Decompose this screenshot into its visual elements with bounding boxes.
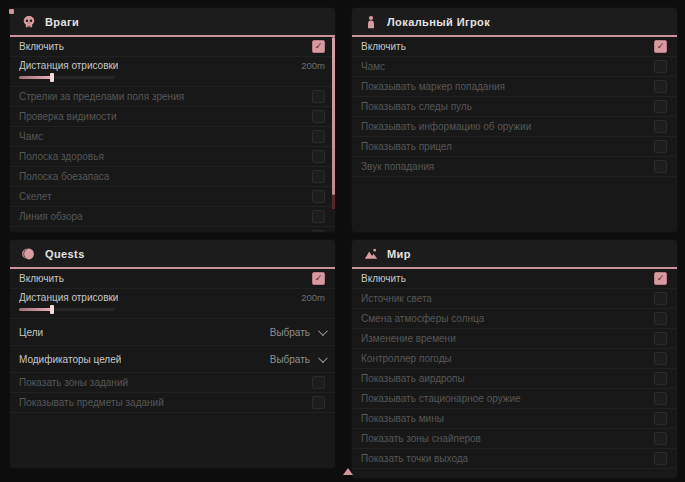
setting-row: Показать зоны снайперов xyxy=(352,429,677,449)
checkbox[interactable] xyxy=(312,230,325,232)
dropdown[interactable]: Выбрать xyxy=(270,354,325,365)
panel-local-player: Локальный Игрок Включить✓ЧамсПоказывать … xyxy=(352,8,677,232)
checkbox[interactable] xyxy=(312,130,325,143)
panel-local-player-rows: Включить✓ЧамсПоказывать маркер попадания… xyxy=(352,37,677,177)
checkbox[interactable] xyxy=(654,312,667,325)
setting-row: Показывать следы пуль xyxy=(352,97,677,117)
setting-label: Полоска здоровья xyxy=(19,151,104,162)
setting-row: Полоска здоровья xyxy=(10,147,335,167)
slider-value: 200m xyxy=(301,60,325,71)
setting-label: Показать точки выхода xyxy=(361,453,468,464)
setting-label: Цели xyxy=(19,327,43,338)
chevron-down-icon xyxy=(318,353,328,363)
setting-row: Полоска боезапаса xyxy=(10,167,335,187)
dropdown[interactable]: Выбрать xyxy=(270,327,325,338)
setting-label: Звук попадания xyxy=(361,161,434,172)
checkbox[interactable] xyxy=(312,396,325,409)
panel-title: Quests xyxy=(45,248,85,260)
checkbox[interactable] xyxy=(654,332,667,345)
checkbox[interactable] xyxy=(654,412,667,425)
checkbox[interactable] xyxy=(654,432,667,445)
setting-row: Показывать следы пуль xyxy=(10,227,335,232)
setting-label: Включить xyxy=(361,41,406,52)
checkbox[interactable] xyxy=(654,392,667,405)
setting-row: Стрелки за пределами поля зрения xyxy=(10,87,335,107)
setting-row: Контроллер погоды xyxy=(352,349,677,369)
slider-thumb[interactable] xyxy=(50,73,54,82)
panel-quests-header[interactable]: Quests xyxy=(10,240,335,269)
setting-label: Показывать аирдропы xyxy=(361,373,465,384)
panel-quests: Quests Включить✓Дистанция отрисовки200mЦ… xyxy=(10,240,335,468)
checkbox[interactable] xyxy=(312,210,325,223)
setting-label: Показывать стационарное оружие xyxy=(361,393,521,404)
checkbox[interactable] xyxy=(312,376,325,389)
checkbox[interactable]: ✓ xyxy=(312,272,325,285)
slider[interactable] xyxy=(19,308,115,311)
setting-row: Включить✓ xyxy=(352,37,677,57)
scrollbar-track xyxy=(332,195,335,209)
panel-enemies-header[interactable]: Враги xyxy=(10,8,335,37)
checkbox[interactable] xyxy=(654,60,667,73)
panel-title: Локальный Игрок xyxy=(387,16,490,28)
checkbox[interactable]: ✓ xyxy=(654,272,667,285)
setting-row: ЦелиВыбрать xyxy=(10,319,335,346)
setting-row: Проверка видимости xyxy=(10,107,335,127)
setting-row: Изменение времени xyxy=(352,329,677,349)
scrollbar-thumb[interactable] xyxy=(332,37,335,195)
checkbox[interactable] xyxy=(654,100,667,113)
setting-row: Показать зоны заданий xyxy=(10,373,335,393)
checkbox[interactable] xyxy=(654,160,667,173)
checkbox[interactable] xyxy=(654,80,667,93)
checkbox[interactable]: ✓ xyxy=(312,40,325,53)
setting-row: Дистанция отрисовки200m xyxy=(10,57,335,87)
setting-row: Источник света xyxy=(352,289,677,309)
checkbox[interactable] xyxy=(654,372,667,385)
setting-row: Включить✓ xyxy=(352,269,677,289)
setting-label: Дистанция отрисовки xyxy=(19,60,118,71)
checkbox[interactable] xyxy=(312,90,325,103)
checkbox[interactable] xyxy=(312,150,325,163)
setting-row: Включить✓ xyxy=(10,37,335,57)
setting-row: Скелет xyxy=(10,187,335,207)
panel-world: Мир Включить✓Источник светаСмена атмосфе… xyxy=(352,240,677,478)
setting-label: Показывать следы пуль xyxy=(361,101,472,112)
setting-row: Дистанция отрисовки200m xyxy=(10,289,335,319)
panel-world-header[interactable]: Мир xyxy=(352,240,677,269)
setting-row: Модификаторы целейВыбрать xyxy=(10,346,335,373)
quest-circle-icon xyxy=(22,247,36,261)
checkbox[interactable] xyxy=(312,190,325,203)
checkbox[interactable] xyxy=(654,352,667,365)
dropdown-value: Выбрать xyxy=(270,327,310,338)
panel-world-rows: Включить✓Источник светаСмена атмосферы с… xyxy=(352,269,677,469)
setting-row: Показывать стационарное оружие xyxy=(352,389,677,409)
setting-label: Показывать прицел xyxy=(361,141,452,152)
slider-thumb[interactable] xyxy=(50,305,54,314)
cursor-dot xyxy=(9,9,14,14)
checkbox[interactable] xyxy=(654,452,667,465)
setting-label: Смена атмосферы солнца xyxy=(361,313,484,324)
checkbox[interactable] xyxy=(654,140,667,153)
setting-label: Полоска боезапаса xyxy=(19,171,109,182)
setting-label: Проверка видимости xyxy=(19,111,117,122)
scrollbar[interactable] xyxy=(332,37,335,232)
checkbox[interactable] xyxy=(654,292,667,305)
checkbox[interactable] xyxy=(312,110,325,123)
setting-row: Линия обзора xyxy=(10,207,335,227)
setting-label: Скелет xyxy=(19,191,52,202)
setting-row: Показывать маркер попадания xyxy=(352,77,677,97)
panel-enemies-rows: Включить✓Дистанция отрисовки200mСтрелки … xyxy=(10,37,335,232)
setting-label: Включить xyxy=(19,273,64,284)
setting-row: Звук попадания xyxy=(352,157,677,177)
setting-row: Смена атмосферы солнца xyxy=(352,309,677,329)
setting-label: Чамс xyxy=(19,131,43,142)
checkbox[interactable] xyxy=(654,120,667,133)
dropdown-value: Выбрать xyxy=(270,354,310,365)
checkbox[interactable] xyxy=(312,170,325,183)
setting-label: Показывать мины xyxy=(361,413,444,424)
checkbox[interactable]: ✓ xyxy=(654,40,667,53)
panel-local-player-header[interactable]: Локальный Игрок xyxy=(352,8,677,37)
setting-label: Стрелки за пределами поля зрения xyxy=(19,91,184,102)
setting-label: Показать зоны снайперов xyxy=(361,433,481,444)
slider-value: 200m xyxy=(301,292,325,303)
slider[interactable] xyxy=(19,76,115,79)
